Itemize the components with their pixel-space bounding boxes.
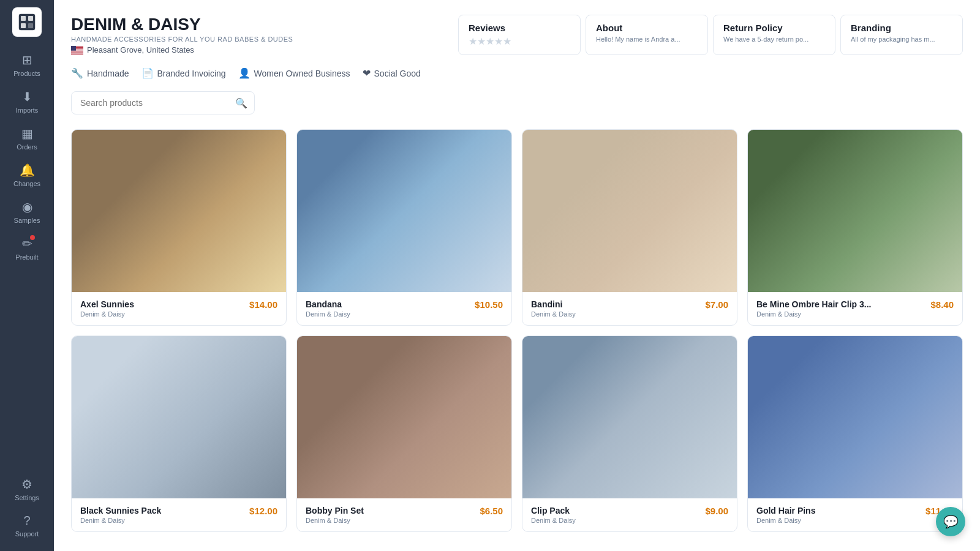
search-input[interactable]	[71, 91, 255, 114]
sidebar-item-label: Support	[15, 530, 39, 538]
product-card[interactable]: Be Mine Ombre Hair Clip 3... Denim & Dai…	[747, 129, 963, 326]
search-icon: 🔍	[235, 97, 247, 109]
sidebar-item-label: Orders	[17, 143, 37, 151]
sidebar-item-samples[interactable]: ◉ Samples	[0, 193, 54, 230]
product-price: $7.00	[705, 299, 728, 310]
products-icon: ⊞	[22, 53, 32, 67]
card-text: All of my packaging has m...	[851, 36, 952, 43]
product-card[interactable]: Bandana Denim & Daisy $10.50	[296, 129, 512, 326]
product-info: Be Mine Ombre Hair Clip 3... Denim & Dai…	[748, 292, 962, 325]
card-text: Hello! My name is Andra a...	[596, 36, 698, 43]
app-logo[interactable]	[12, 7, 42, 37]
card-title: Return Policy	[723, 23, 825, 33]
product-card[interactable]: Gold Hair Pins Denim & Daisy $11.00	[747, 335, 963, 532]
social-good-icon: ❤	[363, 67, 371, 79]
product-shop: Denim & Daisy	[80, 310, 134, 318]
badge-branded-invoicing: 📄 Branded Invoicing	[141, 67, 226, 79]
product-card[interactable]: Axel Sunnies Denim & Daisy $14.00	[71, 129, 287, 326]
shop-badges: 🔧 Handmade 📄 Branded Invoicing 👤 Women O…	[71, 67, 963, 79]
product-info: Bobby Pin Set Denim & Daisy $6.50	[297, 498, 511, 531]
changes-icon: 🔔	[20, 163, 35, 178]
product-card[interactable]: Bobby Pin Set Denim & Daisy $6.50	[296, 335, 512, 532]
info-card-branding[interactable]: Branding All of my packaging has m...	[840, 15, 963, 55]
svg-rect-2	[28, 16, 33, 21]
sidebar-item-label: Samples	[14, 217, 40, 224]
orders-icon: ▦	[21, 126, 33, 141]
sidebar-bottom: ⚙ Settings ? Support	[0, 471, 54, 544]
sidebar-item-label: Prebuilt	[15, 253, 38, 261]
product-info: Bandini Denim & Daisy $7.00	[522, 292, 737, 325]
product-info: Gold Hair Pins Denim & Daisy $11.00	[748, 498, 962, 531]
sidebar-item-imports[interactable]: ⬇ Imports	[0, 83, 54, 120]
card-title: Reviews	[469, 23, 570, 33]
product-price: $12.00	[249, 506, 277, 516]
sidebar-item-settings[interactable]: ⚙ Settings	[0, 471, 54, 508]
svg-rect-4	[28, 23, 33, 28]
product-shop: Denim & Daisy	[531, 310, 576, 318]
product-info: Clip Pack Denim & Daisy $9.00	[522, 498, 737, 531]
product-title: Bobby Pin Set	[306, 506, 364, 515]
sidebar-item-prebuilt[interactable]: ✏ Prebuilt	[0, 230, 54, 267]
product-title: Black Sunnies Pack	[80, 506, 161, 515]
product-info: Black Sunnies Pack Denim & Daisy $12.00	[72, 498, 286, 531]
sidebar-item-products[interactable]: ⊞ Products	[0, 47, 54, 83]
product-image	[748, 130, 962, 292]
product-shop: Denim & Daisy	[756, 310, 872, 318]
product-shop: Denim & Daisy	[306, 517, 364, 524]
us-flag-icon	[71, 46, 83, 54]
info-card-return[interactable]: Return Policy We have a 5-day return po.…	[713, 15, 835, 55]
invoicing-icon: 📄	[141, 67, 154, 79]
prebuilt-icon: ✏	[22, 236, 32, 251]
product-card[interactable]: Clip Pack Denim & Daisy $9.00	[522, 335, 737, 532]
product-info: Axel Sunnies Denim & Daisy $14.00	[72, 292, 286, 325]
shop-info: DENIM & DAISY HANDMADE ACCESSORIES FOR A…	[71, 15, 443, 54]
info-card-reviews[interactable]: Reviews ★★★★★	[458, 15, 581, 55]
notification-dot	[30, 235, 35, 240]
settings-icon: ⚙	[21, 477, 32, 492]
svg-rect-11	[71, 53, 83, 53]
svg-rect-10	[71, 51, 83, 52]
product-image	[72, 130, 286, 292]
product-price: $10.50	[475, 299, 503, 310]
product-price: $14.00	[249, 299, 277, 310]
badge-handmade: 🔧 Handmade	[71, 67, 129, 79]
sidebar-item-support[interactable]: ? Support	[0, 508, 54, 544]
product-image	[748, 336, 962, 498]
product-image	[522, 336, 737, 498]
imports-icon: ⬇	[22, 89, 32, 104]
product-card[interactable]: Black Sunnies Pack Denim & Daisy $12.00	[71, 335, 287, 532]
sidebar-item-orders[interactable]: ▦ Orders	[0, 120, 54, 157]
product-title: Be Mine Ombre Hair Clip 3...	[756, 299, 872, 309]
card-text: We have a 5-day return po...	[723, 36, 825, 43]
search-wrap: 🔍	[71, 91, 255, 114]
svg-rect-0	[18, 13, 36, 31]
main-content: DENIM & DAISY HANDMADE ACCESSORIES FOR A…	[54, 0, 980, 551]
product-image	[72, 336, 286, 498]
badge-women-owned: 👤 Women Owned Business	[238, 67, 350, 79]
product-price: $6.50	[480, 506, 503, 516]
product-image	[297, 336, 511, 498]
handmade-icon: 🔧	[71, 67, 83, 79]
badge-social-good: ❤ Social Good	[363, 67, 421, 79]
product-price: $8.40	[930, 299, 954, 310]
card-title: About	[596, 23, 698, 33]
shop-name: DENIM & DAISY	[71, 15, 443, 34]
product-price: $9.00	[705, 506, 728, 516]
product-title: Gold Hair Pins	[756, 506, 815, 515]
chat-button[interactable]: 💬	[936, 507, 965, 536]
product-title: Axel Sunnies	[80, 299, 134, 309]
sidebar-item-label: Settings	[15, 494, 39, 501]
sidebar-item-label: Products	[13, 70, 40, 77]
shop-header: DENIM & DAISY HANDMADE ACCESSORIES FOR A…	[71, 15, 963, 55]
sidebar-item-label: Imports	[16, 107, 39, 114]
product-title: Clip Pack	[531, 506, 576, 515]
info-card-about[interactable]: About Hello! My name is Andra a...	[586, 15, 708, 55]
product-grid: Axel Sunnies Denim & Daisy $14.00 Bandan…	[71, 129, 963, 532]
product-title: Bandana	[306, 299, 350, 309]
product-info: Bandana Denim & Daisy $10.50	[297, 292, 511, 325]
info-cards: Reviews ★★★★★ About Hello! My name is An…	[458, 15, 963, 55]
product-card[interactable]: Bandini Denim & Daisy $7.00	[522, 129, 737, 326]
shop-location: Pleasant Grove, United States	[71, 45, 443, 54]
svg-rect-12	[71, 46, 76, 51]
sidebar-item-changes[interactable]: 🔔 Changes	[0, 157, 54, 193]
